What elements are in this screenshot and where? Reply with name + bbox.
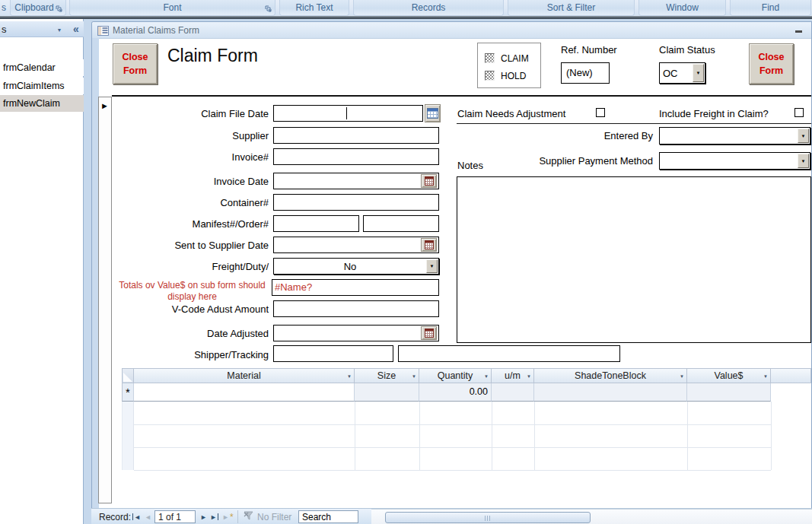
chevron-down-icon[interactable]: ▼ <box>426 259 438 273</box>
claim-file-date-field[interactable] <box>273 105 423 122</box>
search-input[interactable] <box>298 510 358 523</box>
invoice-date-field[interactable] <box>273 173 439 189</box>
column-dropdown-icon[interactable]: ▼ <box>680 374 684 379</box>
ribbon-group-rich-text: Rich Text <box>279 0 349 16</box>
chevron-down-icon[interactable]: ▼ <box>693 64 704 82</box>
entered-by-combo[interactable]: ▼ <box>659 127 810 144</box>
datasheet-select-all-corner[interactable] <box>122 368 134 383</box>
column-dropdown-icon[interactable]: ▼ <box>763 374 768 379</box>
document-title: Material Claims Form <box>113 25 199 36</box>
column-header-um[interactable]: u/m ▼ <box>492 368 534 383</box>
chevron-down-icon[interactable]: ▼ <box>798 129 809 143</box>
chevron-down-icon[interactable]: ▼ <box>52 24 67 35</box>
ribbon-group-window: Window <box>638 0 726 16</box>
column-header-size[interactable]: Size ▼ <box>355 368 419 383</box>
column-header-label: Size <box>377 370 396 381</box>
cell-quantity[interactable]: 0.00 <box>419 383 492 402</box>
tracking-field[interactable] <box>398 345 620 362</box>
cell-material[interactable] <box>134 383 355 402</box>
dialog-launcher-icon[interactable] <box>56 4 62 14</box>
record-navigator: Record: ◄ ◄ 1 of 1 ► ► ► * No Filter <box>91 508 812 524</box>
column-header-label: Material <box>227 370 260 381</box>
vcode-adjust-field[interactable] <box>273 300 439 317</box>
ribbon-group-label: Rich Text <box>295 2 333 13</box>
column-header-material[interactable]: Material ▼ <box>134 368 355 383</box>
gridline <box>492 402 492 470</box>
column-dropdown-icon[interactable]: ▼ <box>347 374 352 379</box>
order-number-field[interactable] <box>363 215 439 232</box>
new-record-button[interactable]: ► * <box>222 509 234 524</box>
chevron-down-icon[interactable]: ▼ <box>798 154 809 168</box>
invoice-number-field[interactable] <box>273 148 439 165</box>
close-form-button-label: Form <box>113 64 157 78</box>
ref-number-field[interactable]: (New) <box>561 62 610 84</box>
next-record-icon: ► <box>200 513 207 521</box>
minimize-icon[interactable] <box>795 30 802 33</box>
date-picker-button[interactable] <box>421 326 437 340</box>
nav-bar <box>218 513 218 520</box>
claim-checkbox[interactable] <box>485 53 495 63</box>
shipper-field[interactable] <box>273 345 393 362</box>
filter-indicator[interactable]: No Filter <box>244 509 291 524</box>
supplier-payment-label: Supplier Payment Method <box>457 155 653 167</box>
totals-value-field[interactable]: #Name? <box>272 279 439 296</box>
hold-checkbox[interactable] <box>485 71 495 81</box>
sidebar-item-frmcalendar[interactable]: frmCalendar <box>0 59 84 76</box>
claim-needs-adjustment-label: Claim Needs Adjustment <box>457 108 565 119</box>
freight-duty-combo[interactable]: No ▼ <box>273 258 439 275</box>
new-record-star-icon: * <box>230 512 234 522</box>
claim-needs-adjustment-checkbox[interactable] <box>596 108 605 117</box>
close-form-button[interactable]: Close Form <box>749 43 794 84</box>
record-position-box[interactable]: 1 of 1 <box>154 510 196 523</box>
application-window: s Clipboard Font Rich Text Records Sort … <box>0 0 812 524</box>
claim-status-combo[interactable]: OC ▼ <box>659 62 705 84</box>
dialog-launcher-icon[interactable] <box>265 4 272 14</box>
freight-duty-label: Freight/Duty/ <box>114 261 269 272</box>
ribbon-group-find: Find <box>730 0 811 16</box>
new-record-selector[interactable]: * <box>122 383 134 402</box>
shutter-collapse-icon[interactable]: « <box>69 22 83 36</box>
date-picker-button[interactable] <box>421 238 437 252</box>
cell-um[interactable] <box>492 383 534 402</box>
navigation-pane-header[interactable]: s ▼ « <box>0 21 84 37</box>
sent-to-supplier-date-field[interactable] <box>273 237 439 253</box>
horizontal-scrollbar-track[interactable] <box>371 509 812 524</box>
last-record-button[interactable]: ► <box>210 509 218 524</box>
corner-triangle-icon <box>123 373 132 382</box>
first-record-button[interactable]: ◄ <box>132 509 141 524</box>
ribbon-group-label: Clipboard <box>14 2 53 13</box>
manifest-number-field[interactable] <box>273 215 359 232</box>
notes-textarea[interactable] <box>457 176 811 343</box>
container-number-field[interactable] <box>273 194 439 211</box>
cell-shadetoneblock[interactable] <box>534 383 687 402</box>
column-dropdown-icon[interactable]: ▼ <box>484 374 489 379</box>
claim-checkbox-label: CLAIM <box>501 53 529 64</box>
calendar-icon <box>425 176 434 186</box>
date-adjusted-field[interactable] <box>273 325 439 341</box>
column-dropdown-icon[interactable]: ▼ <box>527 374 531 379</box>
column-dropdown-icon[interactable]: ▼ <box>412 374 416 379</box>
invoice-date-label: Invoice Date <box>114 176 269 187</box>
horizontal-scrollbar-thumb[interactable] <box>385 512 591 523</box>
close-form-button[interactable]: Close Form <box>113 43 158 84</box>
cell-size[interactable] <box>355 383 419 402</box>
column-header-quantity[interactable]: Quantity ▼ <box>419 368 492 383</box>
sidebar-item-frmnewclaim[interactable]: frmNewClaim <box>0 95 84 112</box>
ribbon-group-label: Find <box>762 2 779 13</box>
cell-value[interactable] <box>687 383 771 402</box>
next-record-button[interactable]: ► <box>200 509 207 524</box>
date-picker-button[interactable] <box>421 174 437 188</box>
column-header-value[interactable]: Value$ ▼ <box>687 368 771 383</box>
document-tab[interactable]: Material Claims Form <box>92 22 811 39</box>
nav-bar <box>132 513 133 520</box>
record-selector-bar[interactable]: ► <box>98 97 112 503</box>
sidebar-item-frmclaimitems[interactable]: frmClaimItems <box>0 78 84 94</box>
include-freight-checkbox[interactable] <box>794 108 804 117</box>
supplier-payment-combo[interactable]: ▼ <box>659 152 810 170</box>
supplier-field[interactable] <box>273 127 439 144</box>
column-header-shadetoneblock[interactable]: ShadeToneBlock ▼ <box>534 368 687 383</box>
previous-record-button[interactable]: ◄ <box>145 509 151 524</box>
date-picker-button[interactable] <box>425 104 441 122</box>
container-number-label: Container# <box>114 197 269 208</box>
navigation-pane-title: s <box>2 24 7 35</box>
